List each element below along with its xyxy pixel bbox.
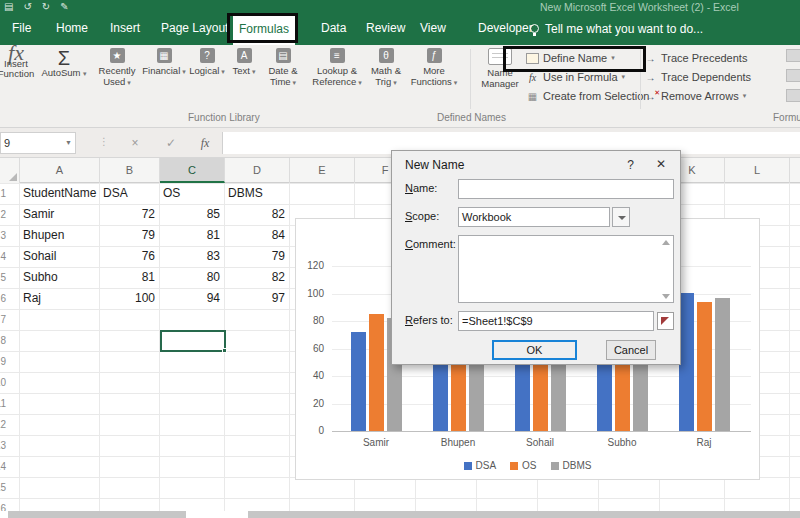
row-header-9[interactable]: 9 <box>0 351 6 372</box>
table-cell[interactable]: 82 <box>228 267 285 288</box>
scope-dropdown[interactable]: Workbook <box>458 207 610 227</box>
row-header-11[interactable]: 11 <box>0 393 6 414</box>
cancel-entry-icon[interactable]: × <box>122 132 148 154</box>
refers-to-field[interactable] <box>458 311 654 331</box>
table-cell[interactable]: 94 <box>163 288 220 309</box>
row-header-8[interactable]: 8 <box>0 330 6 351</box>
column-header-E[interactable]: E <box>290 158 355 183</box>
confirm-entry-icon[interactable]: ✓ <box>158 132 184 154</box>
scope-dropdown-arrow-icon[interactable] <box>612 207 630 227</box>
legend-item-os[interactable]: OS <box>510 460 536 471</box>
comment-field[interactable] <box>458 235 674 303</box>
tab-insert[interactable]: Insert <box>104 13 146 44</box>
table-cell[interactable]: 85 <box>163 204 220 225</box>
table-cell[interactable]: 97 <box>228 288 285 309</box>
show-formulas-icon[interactable] <box>786 49 800 62</box>
table-header-cell[interactable]: OS <box>163 183 220 204</box>
tab-review[interactable]: Review <box>360 13 411 44</box>
table-cell[interactable]: Subho <box>23 267 95 288</box>
ribbon-button-text[interactable]: AText ▾ <box>228 48 260 78</box>
ribbon-button-remove-arrows[interactable]: →✕Remove Arrows▾ <box>644 88 746 104</box>
scroll-down-icon[interactable] <box>662 294 670 299</box>
undo-icon[interactable]: ↺ <box>23 2 31 12</box>
legend-item-dbms[interactable]: DBMS <box>551 460 592 471</box>
tab-data[interactable]: Data <box>315 13 352 44</box>
row-header-1[interactable]: 1 <box>0 183 6 204</box>
column-header-A[interactable]: A <box>20 158 100 183</box>
row-header-3[interactable]: 3 <box>0 225 6 246</box>
bar-os-samir[interactable] <box>369 314 384 431</box>
tab-view[interactable]: View <box>414 13 452 44</box>
table-cell[interactable]: 81 <box>103 267 155 288</box>
ribbon-button-more-functions[interactable]: ƒMore Functions ▾ <box>404 48 464 88</box>
save-icon[interactable]: ▤ <box>4 2 13 12</box>
row-header-16[interactable]: 16 <box>0 498 6 511</box>
cancel-button[interactable]: Cancel <box>606 340 656 360</box>
row-header-14[interactable]: 14 <box>0 456 6 477</box>
row-header-4[interactable]: 4 <box>0 246 6 267</box>
selected-cell[interactable] <box>160 330 226 352</box>
table-cell[interactable]: Raj <box>23 288 95 309</box>
formula-bar-resize-handle[interactable]: ⋮ <box>99 136 109 147</box>
tab-home[interactable]: Home <box>50 13 94 44</box>
table-cell[interactable]: 79 <box>103 225 155 246</box>
chevron-down-icon[interactable]: ▼ <box>65 133 72 153</box>
ribbon-button-logical[interactable]: ?Logical ▾ <box>186 48 228 78</box>
insert-function-button[interactable]: fx Insert Function <box>0 48 40 80</box>
ribbon-button-date-time[interactable]: ▤Date & Time ▾ <box>260 48 306 88</box>
evaluate-formula-icon[interactable] <box>786 89 800 102</box>
table-cell[interactable]: Sohail <box>23 246 95 267</box>
fill-handle[interactable] <box>222 348 227 353</box>
tab-developer[interactable]: Developer <box>472 13 539 44</box>
column-header-L[interactable]: L <box>725 158 790 183</box>
insert-function-fx-icon[interactable]: fx <box>192 132 218 154</box>
ribbon-button-trace-precedents[interactable]: →Trace Precedents <box>644 50 747 66</box>
table-cell[interactable]: Bhupen <box>23 225 95 246</box>
table-header-cell[interactable]: DSA <box>103 183 155 204</box>
row-header-2[interactable]: 2 <box>0 204 6 225</box>
ribbon-button-recently-used[interactable]: ★Recently Used ▾ <box>92 48 142 88</box>
ok-button[interactable]: OK <box>492 340 577 360</box>
ribbon-button-create-from-selection[interactable]: ▦Create from Selection <box>526 88 649 104</box>
ribbon-button-lookup-reference[interactable]: ≡Lookup & Reference ▾ <box>306 48 368 88</box>
select-all-corner[interactable] <box>0 158 20 183</box>
bar-os-raj[interactable] <box>697 302 712 431</box>
ribbon-button-math-trig[interactable]: θMath & Trig ▾ <box>368 48 404 88</box>
bar-dbms-raj[interactable] <box>715 298 730 431</box>
table-cell[interactable]: 100 <box>103 288 155 309</box>
ribbon-button-financial[interactable]: ▦Financial ▾ <box>142 48 186 78</box>
table-cell[interactable]: 79 <box>228 246 285 267</box>
table-cell[interactable]: 81 <box>163 225 220 246</box>
bar-dsa-samir[interactable] <box>351 332 366 431</box>
legend-item-dsa[interactable]: DSA <box>464 460 497 471</box>
table-cell[interactable]: 80 <box>163 267 220 288</box>
error-checking-icon[interactable] <box>786 69 800 82</box>
row-header-7[interactable]: 7 <box>0 309 6 330</box>
close-icon[interactable]: ✕ <box>656 157 666 171</box>
column-header-B[interactable]: B <box>100 158 160 183</box>
row-header-12[interactable]: 12 <box>0 414 6 435</box>
autosum-button[interactable]: Σ AutoSum ▾ <box>38 48 90 80</box>
name-box[interactable]: 9 ▼ <box>0 132 76 154</box>
bar-dsa-raj[interactable] <box>679 293 694 431</box>
column-header-C[interactable]: C <box>160 158 225 183</box>
table-cell[interactable]: Samir <box>23 204 95 225</box>
name-field[interactable] <box>458 179 674 199</box>
row-header-15[interactable]: 15 <box>0 477 6 498</box>
table-header-cell[interactable]: StudentName <box>23 183 95 204</box>
table-cell[interactable]: 72 <box>103 204 155 225</box>
table-header-cell[interactable]: DBMS <box>228 183 285 204</box>
column-header-D[interactable]: D <box>225 158 290 183</box>
redo-icon[interactable]: ↻ <box>42 2 50 12</box>
row-header-5[interactable]: 5 <box>0 267 6 288</box>
table-cell[interactable]: 84 <box>228 225 285 246</box>
scroll-up-icon[interactable] <box>662 240 670 245</box>
tell-me-box[interactable]: Tell me what you want to do... <box>530 13 703 44</box>
row-header-13[interactable]: 13 <box>0 435 6 456</box>
tab-page-layout[interactable]: Page Layout <box>155 13 234 44</box>
row-header-6[interactable]: 6 <box>0 288 6 309</box>
pen-icon[interactable]: ✎ <box>60 2 68 12</box>
collapse-dialog-icon[interactable] <box>657 312 674 330</box>
table-cell[interactable]: 76 <box>103 246 155 267</box>
help-icon[interactable]: ? <box>627 158 634 172</box>
